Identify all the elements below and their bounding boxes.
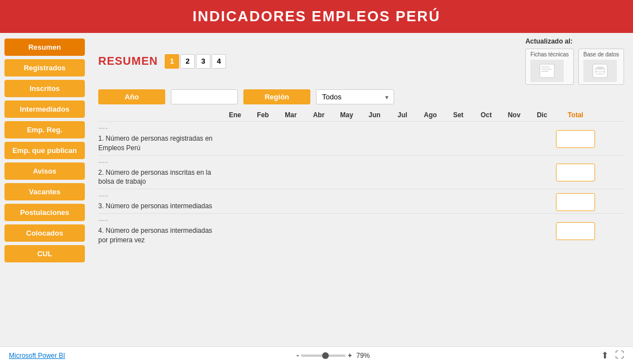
row1-label: ~~~ 1. Número de personas registradas en… <box>98 125 221 153</box>
zoom-minus[interactable]: - <box>296 352 299 360</box>
filters-row: Año Región Todos Lima Arequipa Cusco ▼ <box>98 89 624 104</box>
fichas-tecnicas-card[interactable]: Fichas técnicas <box>525 49 574 85</box>
updated-label: Actualizado al: <box>525 37 573 45</box>
tab-group: 1 2 3 4 <box>165 54 226 69</box>
data-table: Ene Feb Mar Abr May Jun Jul Ago Set Oct … <box>98 109 624 247</box>
row3-label: ~~~ 3. Número de personas intermediadas <box>98 193 221 211</box>
row3-total <box>556 193 595 211</box>
label-col-header <box>98 111 221 119</box>
zoom-slider[interactable] <box>301 355 346 357</box>
month-header-row: Ene Feb Mar Abr May Jun Jul Ago Set Oct … <box>98 109 624 121</box>
expand-icon[interactable]: ⬆ <box>601 350 608 361</box>
sidebar-item-emp-publican[interactable]: Emp. que publican <box>4 142 85 159</box>
tab-3[interactable]: 3 <box>196 54 210 69</box>
zoom-thumb <box>322 352 329 359</box>
sidebar-item-vacantes[interactable]: Vacantes <box>4 183 85 200</box>
resumen-label: RESUMEN <box>98 55 158 68</box>
tab-1[interactable]: 1 <box>165 54 179 69</box>
sidebar-item-cul[interactable]: CUL <box>4 245 85 262</box>
month-mar: Mar <box>277 111 305 119</box>
month-dic: Dic <box>528 111 556 119</box>
row2-total <box>556 164 595 181</box>
updated-cards: Fichas técnicas Base de datos <box>525 49 624 85</box>
page-title: INDICADORES EMPLEOS PERÚ <box>193 8 440 25</box>
sidebar: Resumen Registrados Inscritos Intermedia… <box>0 33 89 346</box>
main-container: INDICADORES EMPLEOS PERÚ Resumen Registr… <box>0 0 633 364</box>
content-area: RESUMEN 1 2 3 4 Actualizado al: Fichas t… <box>89 33 633 346</box>
fullscreen-icon[interactable]: ⛶ <box>615 350 624 361</box>
bottom-bar: Microsoft Power BI - + 79% ⬆ ⛶ <box>0 346 633 364</box>
base-datos-card[interactable]: Base de datos <box>578 49 624 85</box>
month-ago: Ago <box>416 111 444 119</box>
region-filter-wrapper: Todos Lima Arequipa Cusco ▼ <box>316 89 394 104</box>
sidebar-item-avisos[interactable]: Avisos <box>4 162 85 180</box>
table-row: ~~~ 3. Número de personas intermediadas <box>98 189 624 211</box>
table-row: ~~~ 2. Número de personas inscritas en l… <box>98 155 624 187</box>
zoom-control: - + 79% <box>296 352 370 360</box>
month-abr: Abr <box>305 111 333 119</box>
region-filter-label: Región <box>243 89 310 104</box>
bottom-icons: ⬆ ⛶ <box>601 350 624 361</box>
zoom-plus[interactable]: + <box>348 352 352 360</box>
base-label: Base de datos <box>583 51 619 58</box>
table-row: ~~~ 1. Número de personas registradas en… <box>98 121 624 153</box>
sidebar-item-resumen[interactable]: Resumen <box>4 39 85 56</box>
sidebar-item-postulaciones[interactable]: Postulaciones <box>4 204 85 221</box>
total-col-header: Total <box>556 111 595 119</box>
sidebar-item-intermediados[interactable]: Intermediados <box>4 100 85 118</box>
tab-2[interactable]: 2 <box>180 54 195 69</box>
region-select[interactable]: Todos Lima Arequipa Cusco <box>316 89 394 104</box>
tab-4[interactable]: 4 <box>212 54 226 69</box>
sidebar-item-inscritos[interactable]: Inscritos <box>4 80 85 97</box>
fichas-label: Fichas técnicas <box>530 51 569 58</box>
row4-total <box>556 222 595 240</box>
anio-input[interactable] <box>171 89 238 104</box>
anio-input-area <box>171 89 238 104</box>
row2-label: ~~~ 2. Número de personas inscritas en l… <box>98 159 221 187</box>
svg-rect-3 <box>541 71 548 72</box>
sidebar-item-colocados[interactable]: Colocados <box>4 224 85 242</box>
svg-rect-4 <box>593 64 607 78</box>
row4-label: ~~~ 4. Número de personas intermediadas … <box>98 217 221 245</box>
month-jun: Jun <box>361 111 389 119</box>
updated-section: Actualizado al: Fichas técnicas Base de … <box>525 37 624 85</box>
svg-rect-2 <box>541 69 552 70</box>
anio-filter-label: Año <box>98 89 165 104</box>
base-img <box>583 60 617 82</box>
svg-point-5 <box>596 66 605 70</box>
month-set: Set <box>444 111 472 119</box>
sidebar-item-emp-reg[interactable]: Emp. Reg. <box>4 121 85 138</box>
top-bar: RESUMEN 1 2 3 4 Actualizado al: Fichas t… <box>98 37 624 85</box>
month-ene: Ene <box>221 111 249 119</box>
body: Resumen Registrados Inscritos Intermedia… <box>0 33 633 346</box>
sidebar-item-registrados[interactable]: Registrados <box>4 59 85 76</box>
powerbi-link[interactable]: Microsoft Power BI <box>9 352 65 360</box>
month-may: May <box>333 111 361 119</box>
month-feb: Feb <box>249 111 277 119</box>
page-header: INDICADORES EMPLEOS PERÚ <box>0 0 633 33</box>
month-nov: Nov <box>500 111 528 119</box>
row1-total <box>556 130 595 148</box>
fichas-img <box>530 60 564 82</box>
month-oct: Oct <box>472 111 500 119</box>
month-jul: Jul <box>389 111 416 119</box>
zoom-value: 79% <box>356 352 370 360</box>
table-row: ~~~ 4. Número de personas intermediadas … <box>98 213 624 245</box>
svg-rect-1 <box>541 66 549 68</box>
